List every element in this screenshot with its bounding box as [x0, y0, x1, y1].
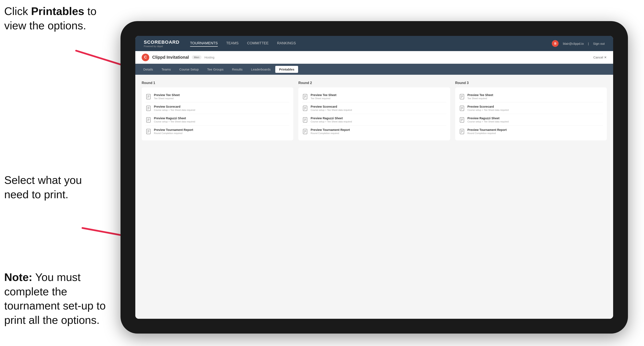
round-2-tee-sheet[interactable]: Preview Tee Sheet Tee Sheet required — [302, 91, 446, 102]
round-2-tee-sheet-title: Preview Tee Sheet — [310, 93, 336, 97]
tournament-logo: C — [142, 54, 149, 61]
round-3-tournament-report[interactable]: Preview Tournament Report Round Completi… — [459, 126, 603, 137]
nav-link-teams[interactable]: TEAMS — [226, 40, 239, 47]
round-2-raguzzi[interactable]: Preview Raguzzi Sheet Course setup + Tee… — [302, 114, 446, 126]
round-1-tournament-report-sub: Round Completion required — [154, 132, 193, 135]
round-3-scorecard-title: Preview Scorecard — [468, 105, 509, 108]
nav-link-committee[interactable]: COMMITTEE — [247, 40, 268, 47]
sign-out-button[interactable]: Sign out — [593, 42, 605, 45]
r2-raguzzi-icon — [302, 117, 308, 123]
round-3-title: Round 3 — [455, 81, 607, 85]
tab-tee-groups[interactable]: Tee Groups — [204, 66, 228, 73]
round-3-card: Preview Tee Sheet Tee Sheet required — [455, 87, 607, 140]
tournament-status: Hosting — [204, 56, 214, 59]
scorecard-icon — [146, 105, 152, 111]
round-2-scorecard-sub: Course setup + Tee Sheet data required — [310, 109, 352, 111]
nav-link-rankings[interactable]: RANKINGS — [277, 40, 296, 47]
round-2-raguzzi-sub: Course setup + Tee Sheet data required — [310, 120, 352, 123]
tab-teams[interactable]: Teams — [158, 66, 175, 73]
round-1-tee-sheet-title: Preview Tee Sheet — [154, 93, 180, 97]
logo-title: SCOREBOARD — [144, 39, 180, 45]
user-avatar: B — [552, 40, 558, 47]
round-1-tournament-report-text: Preview Tournament Report Round Completi… — [154, 128, 193, 135]
annotation-bold: Printables — [31, 5, 84, 17]
round-1-tee-sheet[interactable]: Preview Tee Sheet Tee Sheet required — [146, 91, 290, 102]
round-1-card: Preview Tee Sheet Tee Sheet required — [142, 87, 293, 140]
round-3-tournament-report-title: Preview Tournament Report — [468, 128, 507, 132]
tab-leaderboards[interactable]: Leaderboards — [247, 66, 274, 73]
round-1-scorecard-text: Preview Scorecard Course setup + Tee She… — [154, 105, 195, 111]
round-2-card: Preview Tee Sheet Tee Sheet required — [298, 87, 450, 140]
round-3-tee-sheet-text: Preview Tee Sheet Tee Sheet required — [468, 93, 493, 100]
user-email: blair@clippd.io — [563, 42, 584, 45]
round-1-tee-sheet-sub: Tee Sheet required — [154, 97, 180, 100]
round-3-raguzzi[interactable]: Preview Raguzzi Sheet Course setup + Tee… — [459, 114, 603, 126]
r3-tee-sheet-icon — [459, 94, 465, 100]
annotation-top: Click Printables to view the options. — [4, 4, 97, 33]
top-nav-right: B blair@clippd.io | Sign out — [552, 40, 605, 47]
round-3-scorecard-text: Preview Scorecard Course setup + Tee She… — [468, 105, 509, 111]
logo-subtitle: Powered by clippd — [144, 45, 180, 47]
round-1-tournament-report-title: Preview Tournament Report — [154, 128, 193, 132]
round-1-raguzzi-sub: Course setup + Tee Sheet data required — [154, 120, 195, 123]
tournament-header: C Clippd Invitational Men Hosting Cancel… — [135, 51, 613, 64]
round-1-title: Round 1 — [142, 81, 293, 85]
round-2-tee-sheet-sub: Tee Sheet required — [310, 97, 336, 100]
cancel-button[interactable]: Cancel ✕ — [593, 55, 607, 59]
round-1-tee-sheet-text: Preview Tee Sheet Tee Sheet required — [154, 93, 180, 100]
round-3-tee-sheet-title: Preview Tee Sheet — [468, 93, 493, 97]
r2-scorecard-icon — [302, 105, 308, 111]
scoreboard-logo: SCOREBOARD Powered by clippd — [144, 39, 180, 47]
round-3-tournament-report-text: Preview Tournament Report Round Completi… — [468, 128, 507, 135]
tournament-name: Clippd Invitational — [152, 55, 189, 60]
round-2-title: Round 2 — [298, 81, 450, 85]
round-2-tournament-report-title: Preview Tournament Report — [310, 128, 350, 132]
round-3-tournament-report-sub: Round Completion required — [468, 132, 507, 135]
annotation-select-text: Select what you need to print. — [4, 174, 82, 200]
round-1-raguzzi-text: Preview Raguzzi Sheet Course setup + Tee… — [154, 117, 195, 123]
annotation-middle: Select what you need to print. — [4, 173, 97, 202]
tab-course-setup[interactable]: Course Setup — [176, 66, 202, 73]
tab-bar: Details Teams Course Setup Tee Groups Re… — [135, 64, 613, 75]
round-1-scorecard[interactable]: Preview Scorecard Course setup + Tee She… — [146, 102, 290, 114]
top-nav: SCOREBOARD Powered by clippd TOURNAMENTS… — [135, 36, 613, 51]
tournament-logo-letter: C — [144, 55, 147, 59]
round-2-tournament-report-text: Preview Tournament Report Round Completi… — [310, 128, 350, 135]
tee-sheet-icon — [146, 94, 152, 100]
nav-link-tournaments[interactable]: TOURNAMENTS — [190, 40, 218, 47]
r2-tournament-report-icon — [302, 129, 308, 135]
annotation-bottom: Note: You must complete the tournament s… — [4, 270, 110, 327]
round-2-raguzzi-text: Preview Raguzzi Sheet Course setup + Tee… — [310, 117, 352, 123]
round-2-section: Round 2 Preview Tee Sheet Tee S — [298, 81, 450, 140]
round-3-raguzzi-title: Preview Raguzzi Sheet — [468, 117, 509, 120]
round-2-tee-sheet-text: Preview Tee Sheet Tee Sheet required — [310, 93, 336, 100]
tournament-category: Men — [192, 55, 201, 59]
round-3-tee-sheet[interactable]: Preview Tee Sheet Tee Sheet required — [459, 91, 603, 102]
tournament-report-icon — [146, 129, 152, 135]
round-2-scorecard[interactable]: Preview Scorecard Course setup + Tee She… — [302, 102, 446, 114]
round-1-section: Round 1 Preview Tee Sheet Tee S — [142, 81, 293, 140]
r3-scorecard-icon — [459, 105, 465, 111]
annotation-note-bold: Note: — [4, 271, 32, 283]
round-3-scorecard[interactable]: Preview Scorecard Course setup + Tee She… — [459, 102, 603, 114]
round-2-scorecard-text: Preview Scorecard Course setup + Tee She… — [310, 105, 352, 111]
main-content: Round 1 Preview Tee Sheet Tee S — [135, 75, 613, 319]
sign-out-link[interactable]: | — [588, 42, 589, 45]
round-1-scorecard-title: Preview Scorecard — [154, 105, 195, 108]
top-nav-links: TOURNAMENTS TEAMS COMMITTEE RANKINGS — [190, 40, 552, 47]
round-2-tournament-report-sub: Round Completion required — [310, 132, 350, 135]
tab-results[interactable]: Results — [228, 66, 246, 73]
round-3-scorecard-sub: Course setup + Tee Sheet data required — [468, 109, 509, 111]
round-2-scorecard-title: Preview Scorecard — [310, 105, 352, 108]
annotation-click-text: Click — [4, 5, 31, 17]
r3-tournament-report-icon — [459, 129, 465, 135]
round-1-raguzzi-title: Preview Raguzzi Sheet — [154, 117, 195, 120]
tab-printables[interactable]: Printables — [275, 66, 298, 73]
round-1-raguzzi[interactable]: Preview Raguzzi Sheet Course setup + Tee… — [146, 114, 290, 126]
tablet-screen: SCOREBOARD Powered by clippd TOURNAMENTS… — [135, 36, 613, 319]
round-3-section: Round 3 Preview Tee Sheet Tee S — [455, 81, 607, 140]
round-2-tournament-report[interactable]: Preview Tournament Report Round Completi… — [302, 126, 446, 137]
tablet-frame: SCOREBOARD Powered by clippd TOURNAMENTS… — [120, 21, 628, 334]
tab-details[interactable]: Details — [140, 66, 157, 73]
round-1-tournament-report[interactable]: Preview Tournament Report Round Completi… — [146, 126, 290, 137]
